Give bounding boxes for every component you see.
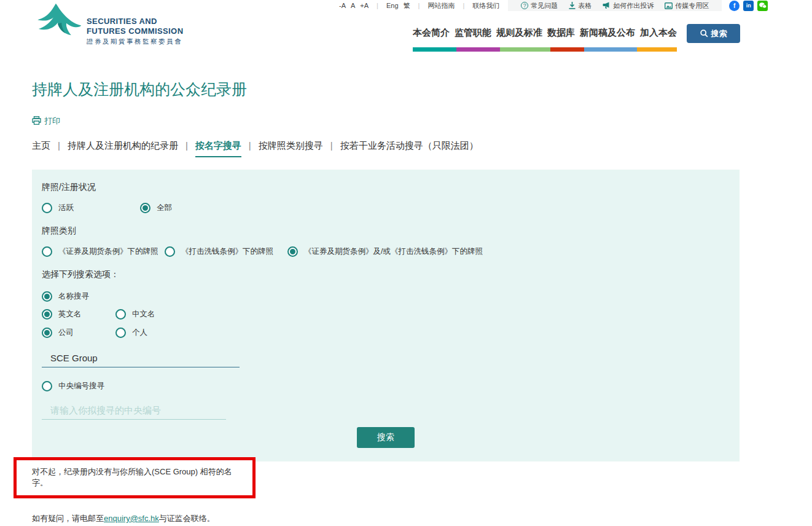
megaphone-icon bbox=[603, 2, 611, 9]
radio-english-name[interactable]: 英文名 bbox=[42, 309, 115, 320]
faq-label: 常见问题 bbox=[531, 1, 558, 10]
radio-label: 《证券及期货条例》及/或《打击洗钱条例》下的牌照 bbox=[304, 246, 483, 257]
tab-search-by-name[interactable]: 按名字搜寻 bbox=[195, 140, 241, 157]
radio-individual[interactable]: 个人 bbox=[115, 328, 147, 338]
register-tabs: 主页 | 持牌人及注册机构的纪录册 | 按名字搜寻 | 按牌照类别搜寻 | 按若… bbox=[32, 140, 740, 157]
linkedin-icon[interactable]: in bbox=[743, 1, 754, 11]
licence-type-section-label: 牌照类别 bbox=[42, 226, 730, 237]
nav-item-rules[interactable]: 规则及标准 bbox=[496, 27, 542, 39]
radio-sfo-licence[interactable]: 《证券及期货条例》下的牌照 bbox=[42, 246, 165, 257]
radio-name-search[interactable]: 名称搜寻 bbox=[42, 291, 89, 302]
font-size-normal[interactable]: A bbox=[351, 2, 355, 9]
tab-search-by-licence-type[interactable]: 按牌照类别搜寻 bbox=[259, 140, 323, 156]
tab-register[interactable]: 持牌人及注册机构的纪录册 bbox=[68, 140, 178, 156]
search-options-label: 选择下列搜索选项： bbox=[42, 269, 730, 280]
radio-label: 中央编号搜寻 bbox=[58, 381, 104, 391]
search-form-panel: 牌照/注册状况 活跃 全部 牌照类别 《证券及期货条例》下的牌照 《打击洗钱条例… bbox=[32, 170, 740, 461]
nav-item-regulatory[interactable]: 监管职能 bbox=[455, 27, 491, 39]
complaints-link[interactable]: 如何作出投诉 bbox=[603, 1, 654, 10]
radio-all[interactable]: 全部 bbox=[140, 203, 172, 213]
divider: | bbox=[377, 2, 378, 9]
radio-circle bbox=[140, 203, 150, 213]
radio-label: 个人 bbox=[132, 328, 147, 338]
radio-circle bbox=[42, 203, 52, 213]
wechat-icon[interactable] bbox=[757, 1, 768, 11]
radio-label: 活跃 bbox=[58, 203, 74, 213]
faq-link[interactable]: ? 常见问题 bbox=[521, 1, 558, 10]
page-title: 持牌人及注册机构的公众纪录册 bbox=[32, 79, 740, 100]
lang-english[interactable]: Eng bbox=[386, 2, 399, 9]
radio-amlo-licence[interactable]: 《打击洗钱条例》下的牌照 bbox=[165, 246, 287, 257]
print-label: 打印 bbox=[44, 116, 60, 127]
search-icon bbox=[700, 29, 708, 37]
site-guide-link[interactable]: 网站指南 bbox=[427, 1, 455, 10]
tab-divider: | bbox=[58, 140, 60, 151]
tab-divider: | bbox=[330, 140, 333, 151]
status-section-label: 牌照/注册状况 bbox=[42, 182, 730, 193]
font-size-decrease[interactable]: -A bbox=[339, 2, 346, 9]
radio-label: 名称搜寻 bbox=[58, 291, 89, 302]
header-search-button[interactable]: 搜索 bbox=[687, 24, 740, 43]
entity-options: 公司 个人 bbox=[42, 328, 730, 338]
no-match-error-message: 对不起，纪录册内没有与你所输入(SCE Group) 相符的名字。 bbox=[14, 457, 256, 498]
radio-label: 英文名 bbox=[58, 309, 82, 320]
divider: | bbox=[418, 2, 420, 9]
font-size-increase[interactable]: +A bbox=[360, 2, 369, 9]
facebook-icon[interactable]: f bbox=[729, 1, 740, 11]
radio-label: 全部 bbox=[157, 203, 172, 213]
nav-color-bar bbox=[413, 47, 677, 52]
lang-traditional[interactable]: 繁 bbox=[404, 1, 410, 10]
media-corner-link[interactable]: 传媒专用区 bbox=[665, 1, 709, 10]
media-icon bbox=[665, 2, 673, 9]
forms-link[interactable]: 表格 bbox=[569, 1, 591, 10]
search-submit-button[interactable]: 搜索 bbox=[357, 427, 415, 448]
utility-bar: -A A +A | Eng 繁 | 网站指南 | 联络我们 ? 常见问题 表格 bbox=[337, 0, 768, 11]
radio-label: 中文名 bbox=[132, 309, 155, 320]
radio-circle bbox=[42, 309, 52, 320]
ce-search-row: 中央编号搜寻 bbox=[42, 381, 730, 391]
contact-us-link[interactable]: 联络我们 bbox=[472, 1, 499, 10]
sfc-logo[interactable]: SECURITIES ANDFUTURES COMMISSION 證券及期貨事務… bbox=[34, 2, 183, 50]
language-options: 英文名 中文名 bbox=[42, 309, 730, 320]
status-options: 活跃 全部 bbox=[42, 203, 730, 213]
nav-item-join[interactable]: 加入本会 bbox=[640, 27, 677, 39]
printer-icon bbox=[32, 116, 41, 127]
nav-item-database[interactable]: 数据库 bbox=[547, 27, 575, 39]
radio-corporation[interactable]: 公司 bbox=[42, 328, 115, 338]
main-navigation: 本会简介 监管职能 规则及标准 数据库 新闻稿及公布 加入本会 bbox=[413, 27, 677, 52]
media-corner-label: 传媒专用区 bbox=[675, 1, 709, 10]
ce-number-input[interactable] bbox=[42, 402, 226, 420]
email-link[interactable]: enquiry@sfc.hk bbox=[104, 514, 159, 523]
radio-circle bbox=[287, 246, 298, 257]
licence-type-options: 《证券及期货条例》下的牌照 《打击洗钱条例》下的牌照 《证券及期货条例》及/或《… bbox=[42, 246, 730, 257]
error-text: 对不起，纪录册内没有与你所输入(SCE Group) 相符的名字。 bbox=[32, 467, 232, 487]
tab-divider: | bbox=[249, 140, 251, 151]
site-header: -A A +A | Eng 繁 | 网站指南 | 联络我们 ? 常见问题 表格 bbox=[0, 0, 812, 57]
main-content: 持牌人及注册机构的公众纪录册 打印 主页 | 持牌人及注册机构的纪录册 | 按名… bbox=[32, 79, 740, 526]
radio-sfo-or-amlo-licence[interactable]: 《证券及期货条例》及/或《打击洗钱条例》下的牌照 bbox=[287, 246, 483, 257]
radio-circle bbox=[165, 246, 175, 257]
radio-circle bbox=[42, 381, 52, 391]
name-search-row: 名称搜寻 bbox=[42, 291, 730, 302]
nav-item-news[interactable]: 新闻稿及公布 bbox=[580, 27, 635, 39]
complaints-label: 如何作出投诉 bbox=[613, 1, 654, 10]
question-circle-icon: ? bbox=[521, 2, 528, 9]
radio-circle bbox=[42, 246, 52, 257]
divider: | bbox=[463, 2, 464, 9]
radio-label: 公司 bbox=[58, 328, 74, 338]
print-link[interactable]: 打印 bbox=[32, 116, 60, 127]
contact-line: 如有疑问，请电邮至enquiry@sfc.hk与证监会联络。 bbox=[32, 512, 740, 525]
radio-circle bbox=[42, 291, 52, 302]
quick-links-bar: ? 常见问题 表格 如何作出投诉 传媒专用区 bbox=[508, 0, 722, 11]
social-links: f in bbox=[729, 1, 768, 11]
tab-divider: | bbox=[185, 140, 188, 151]
radio-label: 《打击洗钱条例》下的牌照 bbox=[181, 246, 273, 257]
radio-ce-number-search[interactable]: 中央编号搜寻 bbox=[42, 381, 104, 391]
tab-home[interactable]: 主页 bbox=[32, 140, 50, 156]
radio-active[interactable]: 活跃 bbox=[42, 203, 140, 213]
radio-chinese-name[interactable]: 中文名 bbox=[115, 309, 155, 320]
tab-search-by-activity[interactable]: 按若干业务活动搜寻（只限法团） bbox=[340, 140, 478, 156]
footer-notes: 如有疑问，请电邮至enquiry@sfc.hk与证监会联络。 请依照指示从而阅览… bbox=[32, 512, 740, 526]
name-search-input[interactable] bbox=[42, 350, 240, 367]
nav-item-about[interactable]: 本会简介 bbox=[413, 27, 450, 39]
